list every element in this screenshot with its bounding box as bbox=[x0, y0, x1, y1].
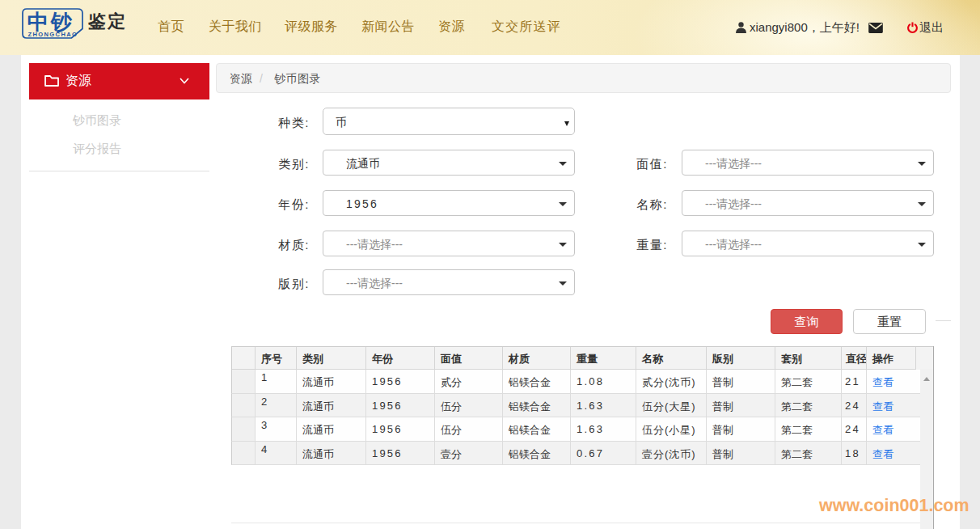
svg-text:鉴定: 鉴定 bbox=[87, 11, 127, 32]
svg-text:中钞: 中钞 bbox=[27, 10, 74, 34]
svg-text:ZHONGCHAO: ZHONGCHAO bbox=[28, 31, 78, 38]
